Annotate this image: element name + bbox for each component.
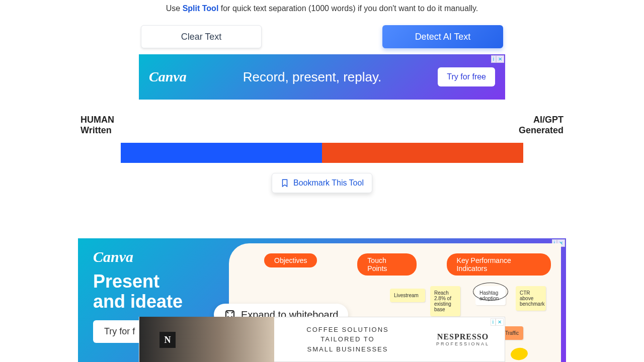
bookmark-button[interactable]: Bookmark This Tool	[272, 173, 372, 193]
ad-close-icon[interactable]: ✕	[496, 318, 504, 326]
ad-headline: Record, present, replay.	[187, 69, 438, 85]
hashtag-oval	[473, 283, 508, 301]
ad2-cta-button[interactable]: Try for f	[93, 320, 146, 343]
ai-label-line1: AI/GPT	[519, 115, 564, 125]
tip-line: Use Split Tool for quick text separation…	[0, 4, 644, 13]
col-touchpoints: Touch Points	[357, 253, 416, 276]
ad-banner-bottom[interactable]: i ✕ N COFFEE SOLUTIONS TAILORED TO SMALL…	[139, 317, 505, 362]
bar-ai	[322, 143, 523, 163]
tip-suffix: for quick text separation (1000 words) i…	[218, 4, 478, 13]
nespresso-n-icon: N	[159, 332, 176, 348]
ad2-headline: Present and ideate	[93, 272, 183, 311]
ad-info-icon[interactable]: i	[491, 318, 496, 326]
ad3-line2: TAILORED TO	[274, 334, 421, 344]
canva-logo: Canva	[149, 69, 187, 85]
result-labels: HUMAN Written AI/GPT Generated	[0, 115, 644, 136]
ad3-text: COFFEE SOLUTIONS TAILORED TO SMALL BUSIN…	[274, 325, 421, 354]
ad3-image: N	[139, 317, 274, 362]
yay-sticker	[510, 347, 528, 361]
ad3-logo: NESPRESSO PROFESSIONAL	[421, 332, 505, 346]
ad-badge-3: i ✕	[491, 318, 504, 326]
col-objectives: Objectives	[264, 253, 317, 267]
ad-info-icon[interactable]: i	[491, 55, 496, 63]
bookmark-icon	[280, 178, 289, 188]
ad-close-icon[interactable]: ✕	[496, 55, 504, 63]
ad3-line1: COFFEE SOLUTIONS	[274, 325, 421, 335]
sticky-ctr: CTR above benchmark	[516, 286, 546, 311]
col-kpi: Key Performance Indicators	[447, 253, 551, 276]
board-columns: Objectives Touch Points Key Performance …	[239, 253, 551, 276]
human-label: HUMAN Written	[80, 115, 114, 136]
detect-ai-button[interactable]: Detect AI Text	[382, 25, 503, 48]
ad-banner-top[interactable]: i ✕ Canva Record, present, replay. Try f…	[139, 54, 505, 100]
canva-logo: Canva	[93, 248, 183, 265]
clear-text-button[interactable]: Clear Text	[141, 25, 262, 48]
split-tool-link[interactable]: Split Tool	[183, 4, 219, 13]
nespresso-sub: PROFESSIONAL	[436, 341, 490, 346]
tip-prefix: Use	[166, 4, 183, 13]
ad2-headline-2: and ideate	[93, 292, 183, 312]
human-label-line1: HUMAN	[80, 115, 114, 125]
ai-label: AI/GPT Generated	[519, 115, 564, 136]
ad-cta-button[interactable]: Try for free	[438, 67, 495, 86]
sticky-livestream: Livestream	[390, 289, 425, 302]
human-label-line2: Written	[80, 125, 114, 136]
ad2-headline-1: Present	[93, 272, 183, 292]
nespresso-brand: NESPRESSO	[436, 332, 490, 341]
action-buttons: Clear Text Detect AI Text	[0, 25, 644, 48]
bookmark-label: Bookmark This Tool	[293, 178, 364, 188]
ad3-line3: SMALL BUSINESSES	[274, 344, 421, 354]
ad-badge: i ✕	[491, 55, 504, 63]
bar-human	[121, 143, 322, 163]
ai-label-line2: Generated	[519, 125, 564, 136]
sticky-reach: Reach 2.8% of existing base	[430, 286, 460, 316]
result-bar	[121, 143, 523, 163]
